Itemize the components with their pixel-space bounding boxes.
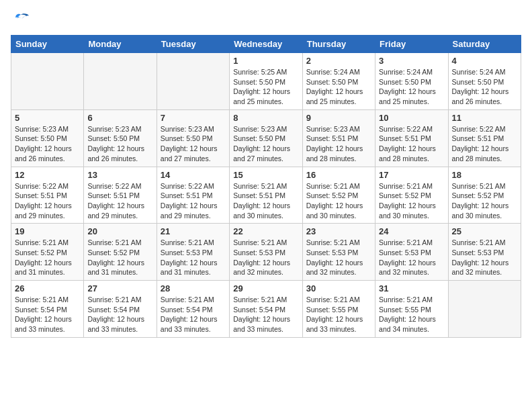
day-info: Sunrise: 5:22 AM Sunset: 5:51 PM Dayligh… bbox=[452, 124, 517, 164]
day-number: 30 bbox=[306, 283, 371, 293]
day-info: Sunrise: 5:22 AM Sunset: 5:51 PM Dayligh… bbox=[87, 181, 152, 221]
day-cell: 28Sunrise: 5:21 AM Sunset: 5:54 PM Dayli… bbox=[157, 281, 229, 338]
header-row: SundayMondayTuesdayWednesdayThursdayFrid… bbox=[11, 36, 521, 53]
day-info: Sunrise: 5:23 AM Sunset: 5:50 PM Dayligh… bbox=[233, 124, 298, 164]
day-cell bbox=[448, 281, 521, 338]
day-info: Sunrise: 5:24 AM Sunset: 5:50 PM Dayligh… bbox=[306, 67, 371, 107]
day-info: Sunrise: 5:23 AM Sunset: 5:50 PM Dayligh… bbox=[87, 124, 152, 164]
day-number: 5 bbox=[15, 113, 80, 123]
day-number: 9 bbox=[306, 113, 371, 123]
day-number: 10 bbox=[379, 113, 444, 123]
day-cell: 1Sunrise: 5:25 AM Sunset: 5:50 PM Daylig… bbox=[230, 53, 302, 110]
day-number: 23 bbox=[306, 226, 371, 236]
day-cell: 3Sunrise: 5:24 AM Sunset: 5:50 PM Daylig… bbox=[375, 53, 448, 110]
day-cell: 30Sunrise: 5:21 AM Sunset: 5:55 PM Dayli… bbox=[302, 281, 375, 338]
day-number: 20 bbox=[87, 226, 152, 236]
day-number: 21 bbox=[161, 226, 226, 236]
day-number: 13 bbox=[87, 170, 152, 180]
day-cell: 21Sunrise: 5:21 AM Sunset: 5:53 PM Dayli… bbox=[157, 224, 229, 281]
day-number: 17 bbox=[379, 170, 444, 180]
day-info: Sunrise: 5:21 AM Sunset: 5:53 PM Dayligh… bbox=[452, 238, 517, 277]
day-cell: 25Sunrise: 5:21 AM Sunset: 5:53 PM Dayli… bbox=[448, 224, 521, 281]
day-info: Sunrise: 5:21 AM Sunset: 5:54 PM Dayligh… bbox=[87, 295, 152, 334]
logo-icon bbox=[11, 11, 31, 31]
day-number: 8 bbox=[233, 113, 298, 123]
week-row-4: 19Sunrise: 5:21 AM Sunset: 5:52 PM Dayli… bbox=[11, 224, 521, 281]
day-cell: 24Sunrise: 5:21 AM Sunset: 5:53 PM Dayli… bbox=[375, 224, 448, 281]
day-info: Sunrise: 5:23 AM Sunset: 5:50 PM Dayligh… bbox=[15, 124, 80, 164]
day-info: Sunrise: 5:21 AM Sunset: 5:55 PM Dayligh… bbox=[379, 295, 444, 334]
day-info: Sunrise: 5:21 AM Sunset: 5:52 PM Dayligh… bbox=[306, 181, 371, 221]
header-thursday: Thursday bbox=[302, 36, 375, 53]
day-cell: 9Sunrise: 5:23 AM Sunset: 5:51 PM Daylig… bbox=[302, 109, 375, 167]
day-number: 1 bbox=[233, 56, 298, 66]
day-cell: 11Sunrise: 5:22 AM Sunset: 5:51 PM Dayli… bbox=[448, 109, 521, 167]
day-number: 26 bbox=[15, 283, 80, 293]
day-number: 27 bbox=[87, 283, 152, 293]
day-cell: 23Sunrise: 5:21 AM Sunset: 5:53 PM Dayli… bbox=[302, 224, 375, 281]
day-number: 12 bbox=[15, 170, 80, 180]
day-info: Sunrise: 5:21 AM Sunset: 5:55 PM Dayligh… bbox=[306, 295, 371, 334]
header-wednesday: Wednesday bbox=[230, 36, 302, 53]
day-info: Sunrise: 5:21 AM Sunset: 5:54 PM Dayligh… bbox=[233, 295, 298, 334]
day-cell: 8Sunrise: 5:23 AM Sunset: 5:50 PM Daylig… bbox=[230, 109, 302, 167]
day-number: 4 bbox=[452, 56, 517, 66]
day-cell bbox=[84, 53, 157, 110]
svg-rect-0 bbox=[11, 11, 31, 31]
week-row-3: 12Sunrise: 5:22 AM Sunset: 5:51 PM Dayli… bbox=[11, 167, 521, 224]
day-number: 28 bbox=[161, 283, 226, 293]
day-cell: 14Sunrise: 5:22 AM Sunset: 5:51 PM Dayli… bbox=[157, 167, 229, 224]
day-cell: 29Sunrise: 5:21 AM Sunset: 5:54 PM Dayli… bbox=[230, 281, 302, 338]
day-cell: 10Sunrise: 5:22 AM Sunset: 5:51 PM Dayli… bbox=[375, 109, 448, 167]
day-cell: 15Sunrise: 5:21 AM Sunset: 5:51 PM Dayli… bbox=[230, 167, 302, 224]
day-info: Sunrise: 5:21 AM Sunset: 5:53 PM Dayligh… bbox=[379, 238, 444, 277]
header-monday: Monday bbox=[84, 36, 157, 53]
day-number: 14 bbox=[161, 170, 226, 180]
day-info: Sunrise: 5:21 AM Sunset: 5:54 PM Dayligh… bbox=[161, 295, 226, 334]
day-cell: 5Sunrise: 5:23 AM Sunset: 5:50 PM Daylig… bbox=[11, 109, 84, 167]
day-number: 31 bbox=[379, 283, 444, 293]
header-tuesday: Tuesday bbox=[157, 36, 229, 53]
day-number: 3 bbox=[379, 56, 444, 66]
day-number: 19 bbox=[15, 226, 80, 236]
day-number: 24 bbox=[379, 226, 444, 236]
week-row-1: 1Sunrise: 5:25 AM Sunset: 5:50 PM Daylig… bbox=[11, 53, 521, 110]
day-info: Sunrise: 5:21 AM Sunset: 5:52 PM Dayligh… bbox=[15, 238, 80, 277]
week-row-2: 5Sunrise: 5:23 AM Sunset: 5:50 PM Daylig… bbox=[11, 109, 521, 167]
day-cell: 22Sunrise: 5:21 AM Sunset: 5:53 PM Dayli… bbox=[230, 224, 302, 281]
logo bbox=[11, 11, 34, 31]
day-number: 6 bbox=[87, 113, 152, 123]
day-cell: 18Sunrise: 5:21 AM Sunset: 5:52 PM Dayli… bbox=[448, 167, 521, 224]
day-info: Sunrise: 5:21 AM Sunset: 5:51 PM Dayligh… bbox=[233, 181, 298, 221]
day-info: Sunrise: 5:21 AM Sunset: 5:53 PM Dayligh… bbox=[161, 238, 226, 277]
day-info: Sunrise: 5:21 AM Sunset: 5:53 PM Dayligh… bbox=[306, 238, 371, 277]
day-cell: 26Sunrise: 5:21 AM Sunset: 5:54 PM Dayli… bbox=[11, 281, 84, 338]
day-info: Sunrise: 5:23 AM Sunset: 5:50 PM Dayligh… bbox=[161, 124, 226, 164]
day-cell: 31Sunrise: 5:21 AM Sunset: 5:55 PM Dayli… bbox=[375, 281, 448, 338]
day-info: Sunrise: 5:22 AM Sunset: 5:51 PM Dayligh… bbox=[161, 181, 226, 221]
day-info: Sunrise: 5:21 AM Sunset: 5:52 PM Dayligh… bbox=[87, 238, 152, 277]
day-cell: 6Sunrise: 5:23 AM Sunset: 5:50 PM Daylig… bbox=[84, 109, 157, 167]
day-cell bbox=[11, 53, 84, 110]
day-info: Sunrise: 5:21 AM Sunset: 5:54 PM Dayligh… bbox=[15, 295, 80, 334]
week-row-5: 26Sunrise: 5:21 AM Sunset: 5:54 PM Dayli… bbox=[11, 281, 521, 338]
day-cell bbox=[157, 53, 229, 110]
page-header bbox=[11, 11, 521, 31]
day-number: 7 bbox=[161, 113, 226, 123]
header-saturday: Saturday bbox=[448, 36, 521, 53]
day-info: Sunrise: 5:22 AM Sunset: 5:51 PM Dayligh… bbox=[15, 181, 80, 221]
day-cell: 16Sunrise: 5:21 AM Sunset: 5:52 PM Dayli… bbox=[302, 167, 375, 224]
day-number: 22 bbox=[233, 226, 298, 236]
day-number: 11 bbox=[452, 113, 517, 123]
day-info: Sunrise: 5:21 AM Sunset: 5:53 PM Dayligh… bbox=[233, 238, 298, 277]
day-number: 29 bbox=[233, 283, 298, 293]
day-info: Sunrise: 5:21 AM Sunset: 5:52 PM Dayligh… bbox=[379, 181, 444, 221]
day-number: 16 bbox=[306, 170, 371, 180]
day-cell: 7Sunrise: 5:23 AM Sunset: 5:50 PM Daylig… bbox=[157, 109, 229, 167]
day-number: 15 bbox=[233, 170, 298, 180]
calendar-table: SundayMondayTuesdayWednesdayThursdayFrid… bbox=[11, 35, 521, 338]
day-cell: 20Sunrise: 5:21 AM Sunset: 5:52 PM Dayli… bbox=[84, 224, 157, 281]
day-cell: 19Sunrise: 5:21 AM Sunset: 5:52 PM Dayli… bbox=[11, 224, 84, 281]
day-info: Sunrise: 5:22 AM Sunset: 5:51 PM Dayligh… bbox=[379, 124, 444, 164]
day-number: 2 bbox=[306, 56, 371, 66]
